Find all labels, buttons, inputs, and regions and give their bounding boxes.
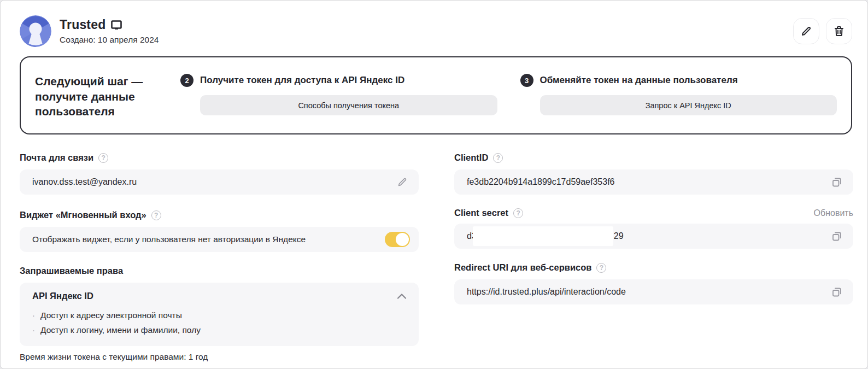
edit-email-button[interactable] [397,177,408,188]
secret-redaction-mask [473,226,613,246]
contact-email-value: ivanov.dss.test@yandex.ru [32,177,137,187]
client-secret-label: Client secret [454,208,508,218]
help-icon[interactable] [596,263,606,273]
next-step-card: Следующий шаг — получите данные пользова… [20,56,852,134]
scopes-group-header[interactable]: API Яндекс ID [32,291,407,301]
trash-icon [833,25,845,37]
next-step-title: Следующий шаг — получите данные пользова… [35,69,167,119]
refresh-secret-link[interactable]: Обновить [814,208,853,218]
scope-item: · Доступ к логину, имени и фамилии, полу [32,323,407,337]
client-secret-suffix: 29 [614,231,624,241]
client-secret-section: Client secret Обновить d3 29 [454,208,853,249]
copy-client-id-button[interactable] [831,177,842,188]
widget-label: Виджет «Мгновенный вход» [20,210,146,220]
help-icon[interactable] [151,210,161,220]
copy-redirect-uri-button[interactable] [831,286,842,297]
chevron-up-icon[interactable] [397,293,407,300]
scopes-label: Запрашиваемые права [20,266,123,276]
step-exchange-token: 3 Обменяйте токен на данные пользователя… [520,74,837,119]
app-name: Trusted [60,17,105,32]
scope-item-text: Доступ к адресу электронной почты [40,308,182,323]
redirect-uri-section: Redirect URI для веб-сервисов https://id… [454,262,853,304]
contact-email-label: Почта для связи [20,153,93,163]
client-id-label: ClientID [454,153,488,163]
redirect-uri-field: https://id.trusted.plus/api/interaction/… [454,279,853,304]
page-header: Trusted Создано: 10 апреля 2024 [20,15,852,47]
header-actions [793,18,852,44]
step-number-badge: 2 [180,74,193,87]
app-avatar [20,15,51,47]
delete-app-button[interactable] [826,18,852,44]
token-methods-button[interactable]: Способы получения токена [200,95,497,115]
help-icon[interactable] [493,153,503,163]
edit-app-button[interactable] [793,18,819,44]
widget-section: Виджет «Мгновенный вход» Отображать видж… [20,210,419,252]
pencil-icon [800,25,812,37]
step-heading: Получите токен для доступа к API Яндекс … [200,75,404,86]
app-settings-page: Trusted Создано: 10 апреля 2024 [0,0,868,369]
right-column: ClientID fe3db2204b914a1899c17d59aef353f… [454,153,853,369]
toggle-knob [396,233,409,246]
scopes-group-title: API Яндекс ID [32,291,93,301]
platform-display-icon [110,20,122,31]
client-id-section: ClientID fe3db2204b914a1899c17d59aef353f… [454,153,853,195]
token-lifetime: Время жизни токена с текущими правами: 1… [20,352,419,362]
widget-toggle-row: Отображать виджет, если у пользователя н… [20,227,419,252]
bullet: · [32,308,35,323]
app-identity: Trusted Создано: 10 апреля 2024 [60,17,159,45]
pencil-icon [397,177,408,188]
scopes-panel: API Яндекс ID · Доступ к адресу электрон… [20,283,419,346]
widget-toggle[interactable] [385,232,410,247]
copy-icon [831,177,842,188]
left-column: Почта для связи ivanov.dss.test@yandex.r… [20,153,419,369]
created-date: Создано: 10 апреля 2024 [60,35,159,45]
scope-item: · Доступ к адресу электронной почты [32,308,407,323]
redirect-uri-value: https://id.trusted.plus/api/interaction/… [467,287,626,297]
copy-icon [831,231,842,242]
widget-toggle-label: Отображать виджет, если у пользователя н… [32,235,306,244]
help-icon[interactable] [98,153,108,163]
scope-item-text: Доступ к логину, имени и фамилии, полу [40,323,201,337]
contact-email-section: Почта для связи ivanov.dss.test@yandex.r… [20,153,419,195]
client-id-value: fe3db2204b914a1899c17d59aef353f6 [467,177,615,187]
scope-list: · Доступ к адресу электронной почты · До… [32,308,407,337]
step-number-badge: 3 [520,74,533,87]
redirect-uri-label: Redirect URI для веб-сервисов [454,262,591,273]
contact-email-field: ivanov.dss.test@yandex.ru [20,169,419,195]
bullet: · [32,323,35,337]
step-heading: Обменяйте токен на данные пользователя [540,75,738,86]
help-icon[interactable] [513,208,523,218]
client-secret-field: d3 29 [454,224,853,249]
client-id-field: fe3db2204b914a1899c17d59aef353f6 [454,169,853,195]
settings-columns: Почта для связи ivanov.dss.test@yandex.r… [20,153,852,369]
step-get-token: 2 Получите токен для доступа к API Яндек… [180,74,497,119]
copy-icon [831,286,842,297]
scopes-section: Запрашиваемые права API Яндекс ID · [20,266,419,362]
steps: 2 Получите токен для доступа к API Яндек… [180,69,837,119]
copy-client-secret-button[interactable] [831,231,842,242]
api-request-button[interactable]: Запрос к API Яндекс ID [540,95,837,115]
